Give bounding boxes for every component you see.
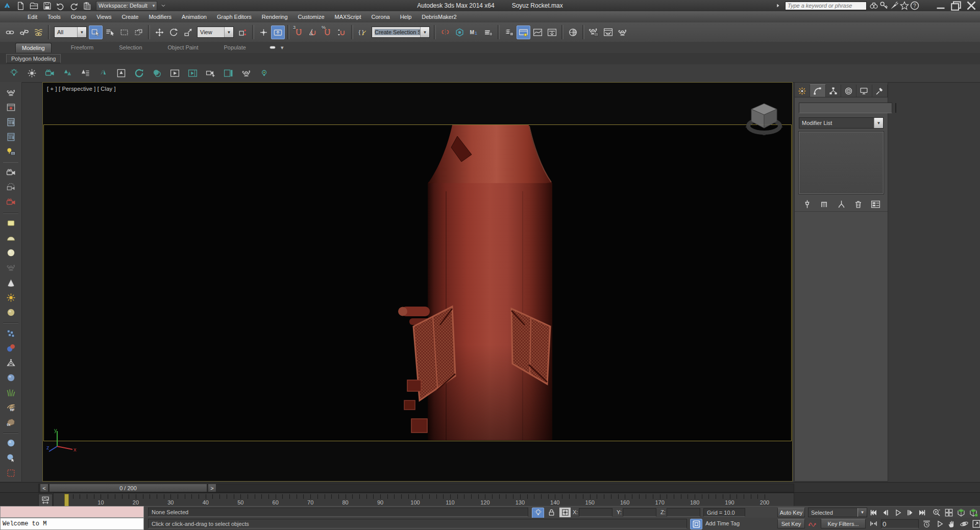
spinner-snap-icon[interactable] (335, 26, 349, 39)
current-frame-field[interactable] (881, 519, 919, 528)
search-help-icon[interactable] (869, 1, 879, 10)
previous-frame-arrow[interactable]: < (40, 484, 48, 492)
menu-tools[interactable]: Tools (42, 12, 66, 21)
search-expand-icon[interactable] (773, 1, 783, 10)
perspective-viewport[interactable]: [ + ] [ Perspective ] [ Clay ] (42, 82, 793, 482)
menu-debrismaker2[interactable]: DebrisMaker2 (416, 12, 461, 21)
tab-hierarchy[interactable] (826, 85, 841, 97)
workspace-dropdown[interactable]: Workspace: Default ▾ (96, 1, 157, 11)
open-file-icon[interactable] (28, 1, 40, 11)
dark-teapot-icon[interactable] (4, 262, 18, 274)
render-setup-icon[interactable] (587, 26, 601, 39)
absolute-mode-icon[interactable] (559, 508, 571, 517)
qat-customize-icon[interactable] (158, 1, 168, 10)
unlink-selection-icon[interactable] (17, 26, 31, 39)
curve-editor-icon[interactable] (531, 26, 545, 39)
communication-dish-icon[interactable] (889, 1, 899, 10)
reference-coordinate-system-dropdown[interactable]: View▼ (197, 27, 234, 38)
select-and-manipulate-icon[interactable] (257, 26, 271, 39)
select-and-move-icon[interactable] (153, 26, 166, 39)
object-color-swatch[interactable] (895, 103, 896, 113)
remove-modifier-icon[interactable] (851, 198, 866, 210)
corona-camera-add-icon[interactable] (204, 67, 217, 80)
menu-create[interactable]: Create (116, 12, 143, 21)
sphere-light-icon[interactable] (4, 247, 18, 259)
infocenter-key-icon[interactable] (879, 1, 889, 10)
zoom-icon[interactable] (931, 508, 942, 517)
menu-corona[interactable]: Corona (366, 12, 395, 21)
pan-hand-icon[interactable] (946, 519, 958, 528)
manage-scene-explorer-icon[interactable] (502, 26, 516, 39)
time-slider-marker[interactable] (64, 494, 69, 507)
window-crossing-icon[interactable] (132, 26, 145, 39)
layer-manager-icon[interactable] (467, 26, 481, 39)
corona-vfb-icon[interactable] (186, 67, 199, 80)
corona-decal-icon[interactable] (114, 67, 128, 80)
undo-icon[interactable] (54, 1, 66, 11)
corona-interactive-icon[interactable] (168, 67, 181, 80)
menu-edit[interactable]: Edit (22, 12, 42, 21)
make-unique-icon[interactable] (834, 198, 848, 210)
isolate-selection-icon[interactable] (532, 508, 544, 518)
menu-graph-editors[interactable]: Graph Editors (212, 12, 257, 21)
grass-icon[interactable] (4, 387, 18, 399)
edit-named-selection-sets-icon[interactable] (356, 26, 370, 39)
named-selection-set-dropdown[interactable]: Create Selection Se▼ (372, 27, 430, 38)
select-and-rotate-icon[interactable] (167, 26, 181, 39)
polygon-modeling-panel[interactable]: Polygon Modeling (6, 54, 61, 63)
track-bar-ruler[interactable]: 0102030405060708090100110120130140150160… (53, 493, 794, 507)
pin-stack-icon[interactable] (800, 198, 814, 210)
orbit-icon[interactable] (959, 519, 970, 528)
material-ball-icon[interactable] (4, 437, 18, 449)
y-coordinate-field[interactable] (623, 508, 656, 517)
schematic-view-icon[interactable] (545, 26, 559, 39)
tab-create[interactable] (795, 85, 810, 97)
go-to-start-button[interactable] (868, 508, 879, 517)
sun-light-icon[interactable] (4, 291, 18, 304)
set-key-curve-icon[interactable] (806, 519, 818, 528)
next-frame-button[interactable] (904, 508, 916, 517)
field-of-view-icon[interactable] (934, 519, 945, 528)
app-logo-icon[interactable] (2, 1, 12, 10)
proxy-spheres-icon[interactable] (4, 342, 18, 354)
configure-modifier-sets-icon[interactable] (868, 198, 883, 210)
light-lister-icon[interactable] (4, 145, 18, 158)
play-animation-button[interactable] (892, 508, 903, 517)
use-pivot-point-center-icon[interactable] (236, 26, 250, 39)
tab-utilities[interactable] (872, 85, 888, 97)
pyramid-gizmo-icon[interactable] (4, 357, 18, 369)
vray-teapot-icon[interactable] (4, 86, 18, 98)
gold-sphere-icon[interactable] (4, 306, 18, 318)
communication-center-icon[interactable] (690, 519, 702, 529)
menu-modifiers[interactable]: Modifiers (143, 12, 177, 21)
hair-fur-icon[interactable] (4, 401, 18, 414)
crumple-ball-icon[interactable] (4, 372, 18, 384)
dome-light-icon[interactable] (4, 232, 18, 244)
show-end-result-icon[interactable] (817, 198, 831, 210)
tab-modify[interactable] (810, 84, 825, 97)
view-cube[interactable] (744, 99, 784, 137)
align-icon[interactable] (453, 26, 467, 39)
rock-icon[interactable] (4, 416, 18, 428)
key-mode-toggle-icon[interactable] (868, 519, 879, 528)
object-name-field[interactable] (799, 103, 892, 113)
auto-key-button[interactable]: Auto Key (777, 508, 805, 517)
spot-cone-icon[interactable] (4, 276, 18, 289)
camera-dome-icon[interactable] (4, 182, 18, 194)
set-key-button[interactable]: Set Key (777, 519, 805, 528)
graphite-ribbon-toggle-icon[interactable] (517, 26, 530, 39)
ribbon-tab-freeform[interactable]: Freeform (65, 43, 100, 52)
corona-region-icon[interactable] (222, 67, 235, 80)
zoom-extents-all-icon[interactable] (968, 508, 979, 517)
corona-render-icon[interactable] (132, 67, 145, 80)
key-filters-button[interactable]: Key Filters... (821, 519, 866, 528)
material-editor-icon[interactable] (566, 26, 580, 39)
keyboard-shortcut-override-icon[interactable] (271, 26, 285, 39)
plane-light-icon[interactable] (4, 217, 18, 230)
physical-camera-icon[interactable] (4, 196, 18, 209)
new-file-icon[interactable] (14, 1, 27, 11)
menu-group[interactable]: Group (66, 12, 92, 21)
ribbon-tab-modeling[interactable]: Modeling (15, 43, 52, 53)
select-and-link-icon[interactable] (3, 26, 17, 39)
percent-snap-icon[interactable]: % (321, 26, 334, 39)
